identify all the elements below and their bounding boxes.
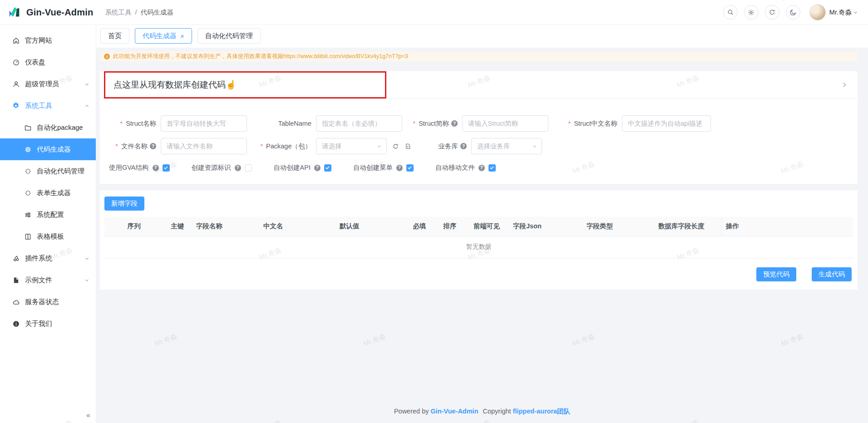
column-header: 字段类型 xyxy=(582,217,654,236)
column-header: 字段Json xyxy=(508,217,582,236)
create-resource-flag-checkbox[interactable] xyxy=(245,164,252,172)
user-icon xyxy=(12,80,20,88)
struct-abbr-input[interactable] xyxy=(462,115,548,132)
column-header: 操作 xyxy=(721,217,853,236)
preview-code-button[interactable]: 预览代码 xyxy=(756,267,796,281)
form-item-struct-cn-name: *Struct中文名称 xyxy=(548,115,711,132)
help-icon: ? xyxy=(235,165,241,171)
column-header: 必填 xyxy=(404,217,435,236)
empty-row: 暂无数据 xyxy=(104,236,853,258)
column-header: 前端可见 xyxy=(465,217,508,236)
add-field-button[interactable]: 新增字段 xyxy=(104,197,144,211)
content-area: ! 此功能为开发环境使用，不建议发布到生产，具体使用效果请看视频https://… xyxy=(96,48,868,398)
user-avatar[interactable] xyxy=(809,4,826,20)
search-icon xyxy=(727,9,734,16)
dark-mode-button[interactable] xyxy=(786,5,800,20)
sidebar-item-code-generator[interactable]: 代码生成器 xyxy=(0,138,96,160)
help-icon: ? xyxy=(451,120,458,127)
search-button[interactable] xyxy=(723,5,738,20)
info-icon xyxy=(12,320,20,328)
tab-code-generator[interactable]: 代码生成器 × xyxy=(135,28,192,44)
files-icon xyxy=(12,276,20,284)
help-icon: ? xyxy=(396,165,403,171)
options-row: 使用GVA结构? 创建资源标识? 自动创建API? 自动创建菜单? xyxy=(100,163,858,172)
chevron-down-icon xyxy=(84,278,89,283)
use-gva-struct-checkbox[interactable] xyxy=(163,164,170,172)
sidebar-item-about-us[interactable]: 关于我们 xyxy=(0,313,96,334)
sidebar-item-server-status[interactable]: 服务器状态 xyxy=(0,291,96,313)
sidebar-item-super-admin[interactable]: 超级管理员 xyxy=(0,73,96,95)
help-icon: ? xyxy=(153,165,159,171)
chevron-up-icon xyxy=(84,103,89,108)
auto-create-api-checkbox[interactable] xyxy=(324,164,331,172)
sliders-icon xyxy=(24,211,32,219)
magic-icon xyxy=(24,167,32,175)
sidebar-item-example-files[interactable]: 示例文件 xyxy=(0,269,96,291)
sidebar-collapse-button[interactable]: « xyxy=(86,411,90,419)
column-header: 中文名 xyxy=(259,217,335,236)
generate-code-button[interactable]: 生成代码 xyxy=(812,267,852,281)
breadcrumb-section[interactable]: 系统工具 xyxy=(105,8,131,17)
column-header: 序列 xyxy=(104,217,163,236)
tab-auto-code-admin[interactable]: 自动化代码管理 xyxy=(197,28,261,44)
form-item-struct-abbr: *Struct简称? xyxy=(402,115,548,132)
table-header-row: 序列 主键 字段名称 中文名 默认值 必填 排序 前端可见 字段Json 字段类… xyxy=(104,217,853,236)
sidebar-item-system-tools[interactable]: 系统工具 xyxy=(0,95,96,117)
refresh-button[interactable] xyxy=(765,5,779,20)
sidebar-item-auto-package[interactable]: 自动化package xyxy=(0,117,96,138)
sidebar-item-official-site[interactable]: 官方网站 xyxy=(0,30,96,51)
add-package-icon[interactable] xyxy=(404,143,411,150)
sidebar: 官方网站 仪表盘 超级管理员 系统工具 自动化package 代码生成器 自动化… xyxy=(0,25,96,423)
app-title: Gin-Vue-Admin xyxy=(26,7,93,18)
help-icon: ? xyxy=(150,143,156,149)
fields-card: 新增字段 序列 主键 字段名称 中文名 默认值 xyxy=(100,190,858,290)
home-icon xyxy=(12,36,20,44)
chevron-down-icon xyxy=(84,256,89,261)
folder-icon xyxy=(24,123,32,132)
struct-cn-name-input[interactable] xyxy=(622,115,711,132)
option-auto-move-file[interactable]: 自动移动文件? xyxy=(435,163,496,172)
table-name-input[interactable] xyxy=(316,115,402,132)
footer-team-link[interactable]: flipped-aurora团队 xyxy=(513,408,570,415)
sidebar-item-auto-code-admin[interactable]: 自动化代码管理 xyxy=(0,160,96,182)
sidebar-item-form-generator[interactable]: 表单生成器 xyxy=(0,182,96,204)
package-select[interactable]: 请选择 xyxy=(316,138,387,154)
breadcrumb-page: 代码生成器 xyxy=(140,8,173,17)
column-header: 主键 xyxy=(163,217,192,236)
business-db-select[interactable]: 选择业务库 xyxy=(471,138,542,154)
column-header: 默认值 xyxy=(335,217,404,236)
sidebar-item-plugin-system[interactable]: 插件系统 xyxy=(0,247,96,269)
dashboard-icon xyxy=(12,58,20,66)
fields-table: 序列 主键 字段名称 中文名 默认值 必填 排序 前端可见 字段Json 字段类… xyxy=(104,217,853,258)
refresh-icon xyxy=(769,9,776,16)
form-item-struct-name: *Struct名称 xyxy=(100,115,247,132)
option-use-gva-struct[interactable]: 使用GVA结构? xyxy=(109,163,170,172)
form-item-business-db: 业务库? 选择业务库 xyxy=(411,138,542,154)
tab-home[interactable]: 首页 xyxy=(100,28,129,44)
auto-create-menu-checkbox[interactable] xyxy=(406,164,414,172)
auto-move-file-checkbox[interactable] xyxy=(488,164,496,172)
column-header: 排序 xyxy=(435,217,465,236)
sidebar-item-system-config[interactable]: 系统配置 xyxy=(0,204,96,226)
help-icon: ? xyxy=(314,165,321,171)
gear-icon xyxy=(12,102,20,110)
struct-name-input[interactable] xyxy=(161,115,247,132)
chevron-down-icon xyxy=(84,82,89,87)
warning-icon: ! xyxy=(104,54,110,59)
sidebar-item-dashboard[interactable]: 仪表盘 xyxy=(0,51,96,73)
settings-button[interactable] xyxy=(744,5,759,20)
close-icon[interactable]: × xyxy=(180,33,184,39)
column-header: 字段名称 xyxy=(192,217,259,236)
refresh-package-icon[interactable] xyxy=(392,143,399,150)
db-create-panel[interactable]: 点这里从现有数据库创建代码☝ xyxy=(100,71,858,99)
file-name-input[interactable] xyxy=(161,138,247,154)
user-menu[interactable]: Mr.奇淼 xyxy=(829,8,858,17)
actions-bar: 预览代码 生成代码 xyxy=(104,267,852,281)
option-auto-create-api[interactable]: 自动创建API? xyxy=(274,163,331,172)
column-header: 数据库字段长度 xyxy=(654,217,721,236)
footer-brand-link[interactable]: Gin-Vue-Admin xyxy=(431,408,478,415)
sidebar-item-table-template[interactable]: 表格模板 xyxy=(0,226,96,247)
option-auto-create-menu[interactable]: 自动创建菜单? xyxy=(353,163,414,172)
option-create-resource-flag[interactable]: 创建资源标识? xyxy=(192,163,252,172)
page-footer: Powered by Gin-Vue-Admin Copyright flipp… xyxy=(96,398,868,423)
